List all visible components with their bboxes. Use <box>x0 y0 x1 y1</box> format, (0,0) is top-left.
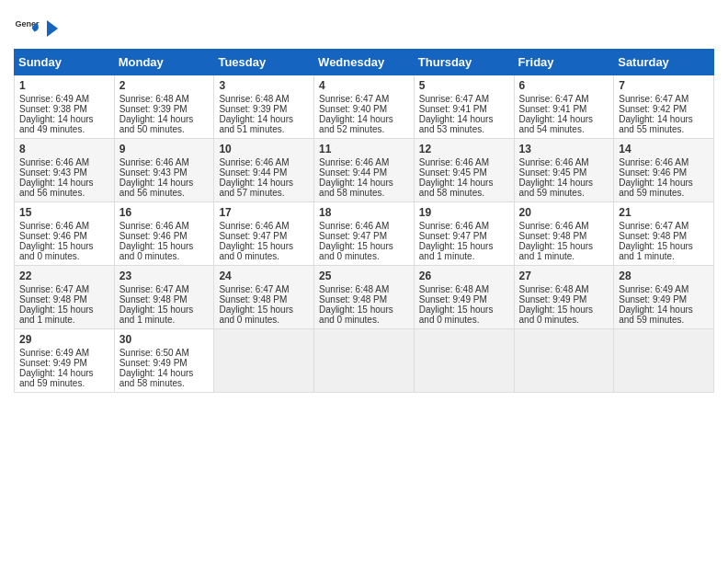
sunset-text: Sunset: 9:45 PM <box>419 167 487 178</box>
daylight-text: Daylight: 15 hours and 0 minutes. <box>419 304 494 325</box>
weekday-header-row: SundayMondayTuesdayWednesdayThursdayFrid… <box>15 50 714 75</box>
sunrise-text: Sunrise: 6:48 AM <box>519 284 589 294</box>
daylight-text: Daylight: 15 hours and 0 minutes. <box>319 241 393 261</box>
day-number: 23 <box>119 270 210 282</box>
sunset-text: Sunset: 9:45 PM <box>519 167 587 178</box>
calendar-cell: 5Sunrise: 6:47 AMSunset: 9:41 PMDaylight… <box>414 75 514 139</box>
sunrise-text: Sunrise: 6:47 AM <box>19 284 89 294</box>
calendar-cell: 8Sunrise: 6:46 AMSunset: 9:43 PMDaylight… <box>15 139 115 202</box>
day-number: 27 <box>519 270 609 282</box>
sunset-text: Sunset: 9:39 PM <box>119 104 188 114</box>
sunrise-text: Sunrise: 6:50 AM <box>119 348 189 358</box>
calendar-cell <box>614 329 714 393</box>
day-number: 19 <box>419 206 509 219</box>
sunrise-text: Sunrise: 6:47 AM <box>419 94 489 104</box>
calendar-cell: 2Sunrise: 6:48 AMSunset: 9:39 PMDaylight… <box>114 75 214 139</box>
calendar-cell: 16Sunrise: 6:46 AMSunset: 9:46 PMDayligh… <box>114 202 214 266</box>
day-number: 17 <box>219 206 309 219</box>
day-number: 14 <box>619 143 709 155</box>
logo-arrow-icon <box>43 18 60 39</box>
calendar-cell: 11Sunrise: 6:46 AMSunset: 9:44 PMDayligh… <box>314 139 415 202</box>
calendar-cell: 15Sunrise: 6:46 AMSunset: 9:46 PMDayligh… <box>15 202 115 266</box>
day-number: 26 <box>419 270 509 282</box>
sunset-text: Sunset: 9:49 PM <box>619 294 687 304</box>
sunset-text: Sunset: 9:42 PM <box>619 104 687 114</box>
sunrise-text: Sunrise: 6:49 AM <box>19 94 89 104</box>
sunset-text: Sunset: 9:47 PM <box>219 231 287 241</box>
daylight-text: Daylight: 14 hours and 58 minutes. <box>419 178 494 198</box>
sunrise-text: Sunrise: 6:47 AM <box>119 284 189 294</box>
sunset-text: Sunset: 9:40 PM <box>319 104 387 114</box>
calendar-cell: 29Sunrise: 6:49 AMSunset: 9:49 PMDayligh… <box>15 329 115 393</box>
sunrise-text: Sunrise: 6:48 AM <box>119 94 189 104</box>
daylight-text: Daylight: 15 hours and 1 minute. <box>119 304 194 325</box>
weekday-header-friday: Friday <box>514 50 614 75</box>
day-number: 11 <box>319 143 409 155</box>
sunset-text: Sunset: 9:41 PM <box>519 104 587 114</box>
calendar-cell: 27Sunrise: 6:48 AMSunset: 9:49 PMDayligh… <box>514 266 614 329</box>
daylight-text: Daylight: 14 hours and 53 minutes. <box>419 114 494 134</box>
sunset-text: Sunset: 9:41 PM <box>419 104 487 114</box>
daylight-text: Daylight: 15 hours and 0 minutes. <box>219 241 293 261</box>
calendar-week-row: 29Sunrise: 6:49 AMSunset: 9:49 PMDayligh… <box>15 329 714 393</box>
daylight-text: Daylight: 15 hours and 0 minutes. <box>519 304 594 325</box>
daylight-text: Daylight: 14 hours and 49 minutes. <box>19 114 94 134</box>
day-number: 20 <box>519 206 609 219</box>
calendar-week-row: 22Sunrise: 6:47 AMSunset: 9:48 PMDayligh… <box>15 266 714 329</box>
sunset-text: Sunset: 9:48 PM <box>219 294 287 304</box>
sunrise-text: Sunrise: 6:48 AM <box>419 284 489 294</box>
sunset-text: Sunset: 9:44 PM <box>319 167 387 178</box>
calendar-cell: 9Sunrise: 6:46 AMSunset: 9:43 PMDaylight… <box>114 139 214 202</box>
sunset-text: Sunset: 9:43 PM <box>19 167 87 178</box>
sunset-text: Sunset: 9:49 PM <box>519 294 587 304</box>
day-number: 9 <box>119 143 210 155</box>
day-number: 25 <box>319 270 409 282</box>
sunset-text: Sunset: 9:47 PM <box>419 231 487 241</box>
daylight-text: Daylight: 14 hours and 56 minutes. <box>119 178 194 198</box>
sunrise-text: Sunrise: 6:46 AM <box>619 157 688 167</box>
daylight-text: Daylight: 14 hours and 54 minutes. <box>519 114 594 134</box>
sunrise-text: Sunrise: 6:47 AM <box>319 94 389 104</box>
calendar-cell <box>314 329 415 393</box>
calendar-week-row: 8Sunrise: 6:46 AMSunset: 9:43 PMDaylight… <box>15 139 714 202</box>
daylight-text: Daylight: 14 hours and 59 minutes. <box>619 304 693 325</box>
calendar-cell: 26Sunrise: 6:48 AMSunset: 9:49 PMDayligh… <box>414 266 514 329</box>
daylight-text: Daylight: 14 hours and 51 minutes. <box>219 114 293 134</box>
calendar-cell: 30Sunrise: 6:50 AMSunset: 9:49 PMDayligh… <box>114 329 214 393</box>
calendar-cell: 20Sunrise: 6:46 AMSunset: 9:48 PMDayligh… <box>514 202 614 266</box>
sunrise-text: Sunrise: 6:48 AM <box>219 94 289 104</box>
calendar-cell: 22Sunrise: 6:47 AMSunset: 9:48 PMDayligh… <box>15 266 115 329</box>
sunrise-text: Sunrise: 6:47 AM <box>219 284 289 294</box>
sunset-text: Sunset: 9:48 PM <box>319 294 387 304</box>
weekday-header-sunday: Sunday <box>15 50 115 75</box>
sunset-text: Sunset: 9:46 PM <box>619 167 687 178</box>
calendar-cell: 4Sunrise: 6:47 AMSunset: 9:40 PMDaylight… <box>314 75 415 139</box>
calendar-cell: 28Sunrise: 6:49 AMSunset: 9:49 PMDayligh… <box>614 266 714 329</box>
sunset-text: Sunset: 9:38 PM <box>19 104 87 114</box>
daylight-text: Daylight: 15 hours and 1 minute. <box>619 241 693 261</box>
daylight-text: Daylight: 15 hours and 1 minute. <box>519 241 594 261</box>
sunrise-text: Sunrise: 6:46 AM <box>319 157 389 167</box>
sunrise-text: Sunrise: 6:46 AM <box>219 157 289 167</box>
day-number: 10 <box>219 143 309 155</box>
calendar-cell: 24Sunrise: 6:47 AMSunset: 9:48 PMDayligh… <box>214 266 314 329</box>
sunset-text: Sunset: 9:48 PM <box>519 231 587 241</box>
daylight-text: Daylight: 15 hours and 0 minutes. <box>319 304 393 325</box>
calendar-cell: 1Sunrise: 6:49 AMSunset: 9:38 PMDaylight… <box>15 75 115 139</box>
daylight-text: Daylight: 14 hours and 57 minutes. <box>219 178 293 198</box>
sunrise-text: Sunrise: 6:47 AM <box>619 94 688 104</box>
sunset-text: Sunset: 9:49 PM <box>119 358 188 368</box>
day-number: 12 <box>419 143 509 155</box>
weekday-header-saturday: Saturday <box>614 50 714 75</box>
calendar-cell: 13Sunrise: 6:46 AMSunset: 9:45 PMDayligh… <box>514 139 614 202</box>
sunrise-text: Sunrise: 6:46 AM <box>119 157 189 167</box>
daylight-text: Daylight: 14 hours and 58 minutes. <box>119 368 194 388</box>
calendar-cell: 25Sunrise: 6:48 AMSunset: 9:48 PMDayligh… <box>314 266 415 329</box>
calendar-cell: 12Sunrise: 6:46 AMSunset: 9:45 PMDayligh… <box>414 139 514 202</box>
day-number: 8 <box>19 143 109 155</box>
daylight-text: Daylight: 14 hours and 55 minutes. <box>619 114 693 134</box>
sunrise-text: Sunrise: 6:46 AM <box>319 221 389 231</box>
day-number: 13 <box>519 143 609 155</box>
daylight-text: Daylight: 14 hours and 56 minutes. <box>19 178 94 198</box>
day-number: 30 <box>119 333 210 346</box>
